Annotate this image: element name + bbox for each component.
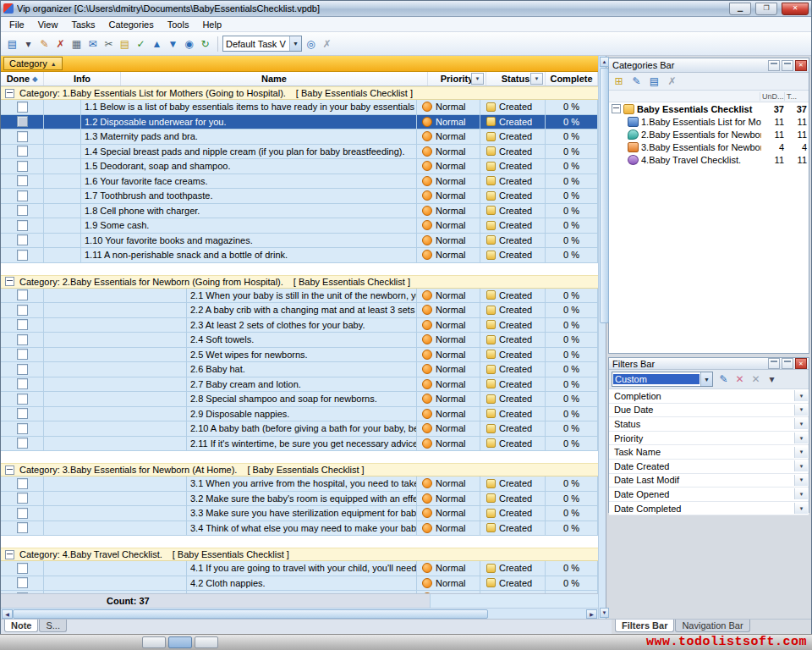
task-done-checkbox[interactable]: [17, 334, 28, 345]
new-category-icon[interactable]: ⊞: [611, 74, 627, 90]
menu-item-tools[interactable]: Tools: [161, 19, 196, 30]
scroll-right-icon[interactable]: ▶: [586, 609, 597, 619]
menu-item-tasks[interactable]: Tasks: [64, 19, 102, 30]
task-done-checkbox[interactable]: [17, 146, 28, 157]
maximize-button[interactable]: ❐: [755, 3, 777, 15]
task-done-checkbox[interactable]: [17, 493, 28, 504]
filter-dropdown-button[interactable]: ▼: [794, 447, 808, 458]
task-row[interactable]: 3.4 Think of what else you may need to m…: [1, 521, 598, 537]
taskbar-window-button[interactable]: [142, 636, 166, 648]
task-row[interactable]: 2.11 If it's wintertime, be sure you get…: [1, 437, 598, 452]
task-done-checkbox[interactable]: [17, 408, 28, 419]
column-status[interactable]: Status ▼: [486, 72, 546, 85]
task-row[interactable]: 3.3 Make sure you have sterilization equ…: [1, 506, 598, 521]
print-icon[interactable]: ▦: [69, 36, 85, 52]
task-done-checkbox[interactable]: [17, 577, 28, 588]
categories-window-icon[interactable]: [782, 60, 793, 71]
close-filter-icon[interactable]: ✕: [748, 372, 764, 388]
task-done-checkbox[interactable]: [17, 563, 28, 574]
filter-dropdown-button[interactable]: ▼: [794, 503, 808, 514]
task-done-checkbox[interactable]: [17, 190, 28, 201]
column-name[interactable]: Name: [121, 72, 428, 85]
filter-dropdown-button[interactable]: ▼: [794, 488, 808, 499]
task-done-checkbox[interactable]: [17, 102, 28, 113]
categories-close-icon[interactable]: ✕: [795, 60, 807, 71]
group-header-row[interactable]: Category: 4.Baby Travel Checklist.[ Baby…: [1, 548, 598, 561]
chevron-down-icon[interactable]: ▼: [700, 372, 712, 386]
task-row[interactable]: 3.2 Make sure the baby's room is equippe…: [1, 492, 598, 507]
column-complete[interactable]: Complete: [546, 72, 598, 85]
group-by-category-chip[interactable]: Category ▲: [3, 57, 63, 70]
task-done-checkbox[interactable]: [17, 319, 28, 330]
task-done-checkbox[interactable]: [17, 438, 28, 449]
column-done[interactable]: Done◆: [1, 72, 44, 85]
complete-task-icon[interactable]: ✓: [133, 36, 149, 52]
filter-dropdown-button[interactable]: ▼: [794, 405, 808, 416]
task-done-checkbox[interactable]: [17, 116, 28, 127]
tab-filters-bar[interactable]: Filters Bar: [615, 620, 674, 632]
task-done-checkbox[interactable]: [17, 175, 28, 186]
task-done-checkbox[interactable]: [17, 205, 28, 216]
task-done-checkbox[interactable]: [17, 131, 28, 142]
task-row[interactable]: 3.1 When you arrive from the hospital, y…: [1, 476, 598, 492]
task-done-checkbox[interactable]: [17, 250, 28, 261]
filter-dropdown-button[interactable]: ▼: [794, 460, 808, 471]
taskbar-window-button-active[interactable]: [168, 636, 192, 648]
collapse-icon[interactable]: [5, 277, 14, 286]
close-button[interactable]: ✕: [782, 3, 809, 15]
filter-dropdown-button[interactable]: ▼: [794, 475, 808, 486]
task-done-checkbox[interactable]: [17, 378, 28, 389]
column-info[interactable]: Info: [44, 72, 121, 85]
task-row[interactable]: 1.8 Cell phone with charger.NormalCreate…: [1, 204, 598, 219]
task-done-checkbox[interactable]: [17, 289, 28, 300]
task-done-checkbox[interactable]: [17, 234, 28, 245]
category-tree-item[interactable]: 3.Baby Essentials for Newborn44: [609, 140, 809, 153]
move-down-icon[interactable]: ▼: [165, 36, 181, 52]
delete-category-icon[interactable]: ✗: [664, 74, 680, 90]
filter-dropdown-button[interactable]: ▼: [794, 418, 808, 429]
new-task-dropdown-icon[interactable]: ▾: [20, 36, 36, 52]
task-row[interactable]: 4.1 If you are going to travel with your…: [1, 561, 598, 576]
task-done-checkbox[interactable]: [17, 349, 28, 360]
filter-preset-combo[interactable]: Custom ▼: [612, 372, 713, 387]
group-header-row[interactable]: Category: 1.Baby Essentials List for Mot…: [1, 86, 598, 100]
task-row[interactable]: 1.11 A non-perishable snack and a bottle…: [1, 248, 598, 263]
group-header-row[interactable]: Category: 2.Baby Essentials for Newborn …: [1, 275, 598, 289]
task-row[interactable]: 2.8 Special shampoo and soap for newborn…: [1, 392, 598, 407]
task-done-checkbox[interactable]: [17, 364, 28, 375]
total-column-header[interactable]: T...: [784, 92, 809, 101]
task-row[interactable]: 1.2 Disposable underwear for you.NormalC…: [1, 115, 598, 130]
categories-pin-icon[interactable]: [768, 60, 780, 71]
clear-filter-icon[interactable]: ✕: [732, 372, 748, 388]
task-row[interactable]: 2.7 Baby cream and lotion.NormalCreated0…: [1, 377, 598, 393]
edit-filter-icon[interactable]: ✎: [716, 372, 732, 388]
undone-column-header[interactable]: UnD...: [760, 92, 784, 101]
task-done-checkbox[interactable]: [17, 305, 28, 316]
menu-item-help[interactable]: Help: [195, 19, 228, 30]
task-done-checkbox[interactable]: [17, 220, 28, 231]
task-row[interactable]: 2.1 When your baby is still in the unit …: [1, 289, 598, 304]
taskbar-window-button[interactable]: [195, 636, 218, 648]
clear-search-icon[interactable]: ✗: [319, 36, 335, 52]
tab-navigation-bar[interactable]: Navigation Bar: [675, 620, 749, 632]
task-row[interactable]: 2.6 Baby hat.NormalCreated0 %: [1, 362, 598, 377]
chevron-down-icon[interactable]: ▼: [289, 36, 301, 51]
filter-dropdown-button[interactable]: ▼: [794, 432, 808, 443]
task-row[interactable]: 4.2 Cloth nappies.NormalCreated0 %: [1, 576, 598, 592]
task-row[interactable]: 1.1 Below is a list of baby essentials i…: [1, 100, 598, 115]
collapse-icon[interactable]: [612, 104, 621, 113]
category-properties-icon[interactable]: ▤: [646, 74, 662, 90]
horizontal-scrollbar[interactable]: ◀ ▶: [1, 608, 598, 619]
vertical-scrollbar[interactable]: ▲ ▼: [598, 56, 606, 619]
category-tree-item[interactable]: 2.Baby Essentials for Newborn1111: [609, 128, 809, 140]
tab-note[interactable]: Note: [4, 620, 38, 632]
task-done-checkbox[interactable]: [17, 508, 28, 519]
cut-icon[interactable]: ✂: [101, 36, 117, 52]
task-row[interactable]: 2.10 A baby bath (before giving a bath f…: [1, 421, 598, 437]
email-icon[interactable]: ✉: [85, 36, 101, 52]
edit-task-icon[interactable]: ✎: [36, 36, 52, 52]
task-row[interactable]: 2.2 A baby crib with a changing mat and …: [1, 303, 598, 318]
move-up-icon[interactable]: ▲: [149, 36, 165, 52]
task-row[interactable]: 2.5 Wet wipes for newborns.NormalCreated…: [1, 348, 598, 363]
filters-window-icon[interactable]: [782, 358, 793, 369]
